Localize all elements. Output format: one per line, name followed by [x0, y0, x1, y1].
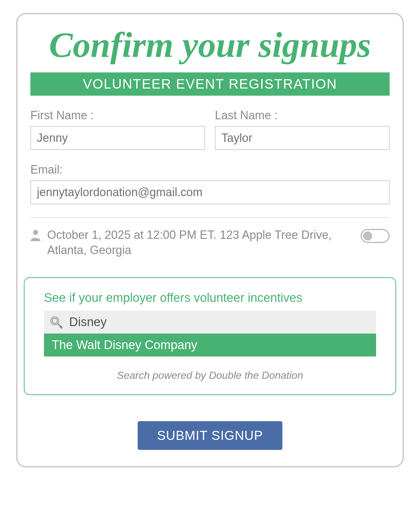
- submit-wrap: SUBMIT SIGNUP: [30, 421, 390, 450]
- employer-search-input[interactable]: [69, 311, 376, 334]
- event-row: October 1, 2025 at 12:00 PM ET. 123 Appl…: [30, 228, 390, 258]
- employer-heading: See if your employer offers volunteer in…: [44, 291, 376, 305]
- name-fields-row: First Name : Last Name :: [30, 109, 390, 150]
- svg-point-0: [33, 230, 38, 235]
- employer-search-card: See if your employer offers volunteer in…: [24, 277, 396, 395]
- event-toggle[interactable]: [361, 229, 390, 243]
- person-icon: [30, 229, 41, 241]
- last-name-input[interactable]: [215, 126, 390, 150]
- signup-form-card: Confirm your signups VOLUNTEER EVENT REG…: [16, 13, 404, 467]
- submit-signup-button[interactable]: SUBMIT SIGNUP: [138, 421, 282, 450]
- employer-search-result[interactable]: The Walt Disney Company: [44, 334, 376, 356]
- first-name-group: First Name :: [30, 109, 205, 150]
- employer-search-wrapper: [44, 311, 376, 334]
- last-name-group: Last Name :: [215, 109, 390, 150]
- page-title: Confirm your signups: [30, 27, 390, 63]
- first-name-label: First Name :: [30, 109, 205, 122]
- section-divider: [30, 217, 390, 218]
- powered-by-text: Search powered by Double the Donation: [44, 369, 376, 381]
- svg-point-2: [52, 318, 58, 324]
- email-group: Email:: [30, 163, 390, 204]
- email-label: Email:: [30, 163, 390, 176]
- event-details-text: October 1, 2025 at 12:00 PM ET. 123 Appl…: [47, 228, 354, 258]
- toggle-knob: [363, 231, 372, 240]
- search-icon: [49, 315, 63, 329]
- last-name-label: Last Name :: [215, 109, 390, 122]
- first-name-input[interactable]: [30, 126, 205, 150]
- registration-banner: VOLUNTEER EVENT REGISTRATION: [30, 72, 390, 96]
- email-input[interactable]: [30, 180, 390, 204]
